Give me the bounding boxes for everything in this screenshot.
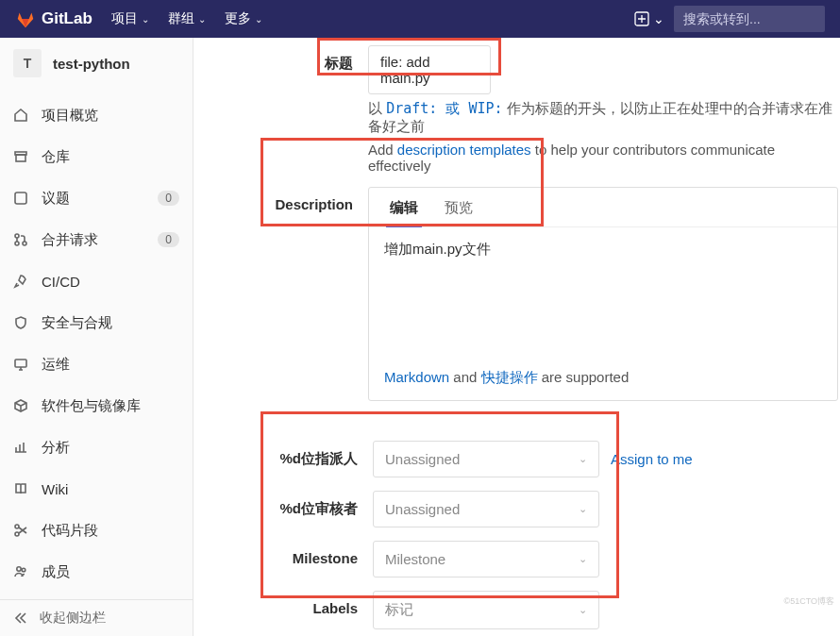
wip-prefix-link[interactable]: WIP: — [468, 100, 502, 117]
collapse-sidebar[interactable]: 收起侧边栏 — [0, 599, 193, 636]
svg-point-9 — [15, 532, 19, 536]
milestone-select[interactable]: Milestone⌄ — [373, 541, 599, 577]
users-icon — [13, 564, 28, 579]
project-avatar: T — [13, 49, 42, 77]
labels-select[interactable]: 标记⌄ — [373, 591, 599, 629]
package-icon — [13, 398, 28, 413]
gitlab-icon — [15, 8, 36, 29]
sidebar-item-snippets[interactable]: 代码片段 — [0, 510, 193, 551]
chevron-down-icon: ⌄ — [653, 11, 664, 26]
sidebar-item-repo[interactable]: 仓库 — [0, 136, 193, 177]
sidebar-item-security[interactable]: 安全与合规 — [0, 302, 193, 343]
draft-hint: 以 Draft: 或 WIP: 作为标题的开头，以防止正在处理中的合并请求在准备… — [368, 100, 840, 136]
quick-actions-link[interactable]: 快捷操作 — [481, 369, 538, 385]
chevron-down-icon: ⌄ — [255, 14, 262, 25]
sidebar-item-packages[interactable]: 软件包与镜像库 — [0, 385, 193, 427]
issues-count-badge: 0 — [158, 191, 179, 206]
labels-label: Labels — [269, 591, 373, 629]
title-input[interactable]: file: add main.py — [368, 45, 491, 94]
description-editor: 编辑 预览 增加main.py文件 Markdown and 快捷操作 are … — [368, 187, 838, 401]
nav-plus-menu[interactable]: ⌄ — [625, 11, 674, 26]
book-icon — [13, 481, 28, 496]
description-templates-link[interactable]: description templates — [397, 142, 531, 158]
svg-point-5 — [15, 242, 19, 245]
svg-point-8 — [15, 525, 19, 528]
sidebar-item-analytics[interactable]: 分析 — [0, 427, 193, 468]
description-label: Description — [269, 187, 368, 401]
mr-count-badge: 0 — [158, 232, 179, 247]
project-sidebar: T test-python 项目概览 仓库 议题0 合并请求0 CI/CD 安全… — [0, 38, 193, 636]
watermark: ©51CTO博客 — [784, 595, 834, 608]
home-icon — [13, 108, 28, 123]
plus-box-icon — [634, 11, 649, 26]
milestone-label: Milestone — [269, 541, 373, 577]
chevron-down-icon: ⌄ — [142, 14, 149, 25]
chevron-double-left-icon — [13, 611, 28, 626]
chevron-down-icon: ⌄ — [579, 553, 587, 565]
sidebar-item-wiki[interactable]: Wiki — [0, 468, 193, 510]
template-hint: Add description templates to help your c… — [368, 142, 840, 174]
merge-request-form: 标题 file: add main.py 以 Draft: 或 WIP: 作为标… — [193, 38, 840, 636]
assign-to-me-link[interactable]: Assign to me — [611, 451, 693, 467]
sidebar-item-members[interactable]: 成员 — [0, 551, 193, 593]
shield-icon — [13, 315, 28, 330]
scissors-icon — [13, 523, 28, 538]
rocket-icon — [13, 274, 28, 289]
sidebar-item-overview[interactable]: 项目概览 — [0, 94, 193, 136]
svg-point-6 — [23, 242, 26, 245]
svg-point-10 — [17, 567, 21, 571]
sidebar-item-operations[interactable]: 运维 — [0, 343, 193, 385]
nav-more[interactable]: 更多⌄ — [215, 10, 272, 27]
assignee-label: %d位指派人 — [269, 441, 373, 477]
nav-groups[interactable]: 群组⌄ — [159, 10, 215, 27]
svg-rect-2 — [16, 155, 25, 161]
sidebar-item-merge-requests[interactable]: 合并请求0 — [0, 219, 193, 260]
sidebar-item-issues[interactable]: 议题0 — [0, 177, 193, 219]
sidebar-item-cicd[interactable]: CI/CD — [0, 260, 193, 302]
project-header[interactable]: T test-python — [0, 38, 193, 89]
assignee-select[interactable]: Unassigned⌄ — [373, 441, 599, 477]
brand-text: GitLab — [42, 9, 92, 28]
tab-preview[interactable]: 预览 — [431, 188, 486, 226]
markdown-link[interactable]: Markdown — [384, 369, 449, 385]
sidebar-menu: 项目概览 仓库 议题0 合并请求0 CI/CD 安全与合规 运维 软件包与镜像库… — [0, 89, 193, 593]
svg-point-4 — [15, 234, 19, 238]
monitor-icon — [13, 357, 28, 372]
svg-rect-7 — [15, 360, 26, 367]
gitlab-logo[interactable]: GitLab — [15, 8, 92, 29]
chevron-down-icon: ⌄ — [579, 503, 587, 515]
description-textarea[interactable]: 增加main.py文件 — [369, 227, 837, 360]
chart-icon — [13, 440, 28, 455]
chevron-down-icon: ⌄ — [579, 604, 587, 616]
chevron-down-icon: ⌄ — [198, 14, 206, 25]
reviewer-select[interactable]: Unassigned⌄ — [373, 491, 599, 527]
nav-projects[interactable]: 项目⌄ — [102, 10, 159, 27]
chevron-down-icon: ⌄ — [579, 453, 587, 465]
reviewer-label: %d位审核者 — [269, 491, 373, 527]
project-name: test-python — [53, 56, 130, 72]
svg-point-11 — [22, 568, 25, 572]
global-search-input[interactable] — [674, 6, 825, 32]
description-footer: Markdown and 快捷操作 are supported — [369, 360, 837, 400]
draft-prefix-link[interactable]: Draft: — [386, 100, 437, 117]
archive-icon — [13, 149, 28, 164]
issues-icon — [13, 191, 28, 206]
top-navbar: GitLab 项目⌄ 群组⌄ 更多⌄ ⌄ — [0, 0, 840, 38]
tab-edit[interactable]: 编辑 — [377, 188, 431, 226]
merge-icon — [13, 232, 28, 247]
title-label: 标题 — [269, 45, 368, 174]
svg-rect-3 — [15, 192, 26, 204]
